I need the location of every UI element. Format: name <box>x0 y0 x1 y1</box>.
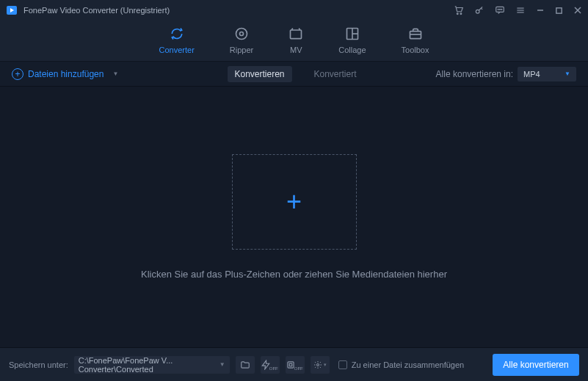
svg-rect-13 <box>556 7 562 12</box>
settings-button[interactable]: ▾ <box>311 356 330 374</box>
bottom-bar: Speichern unter: C:\FonePaw\FonePaw V...… <box>0 347 588 381</box>
checkbox-icon <box>338 360 347 369</box>
tab-label: Converter <box>159 46 195 54</box>
tab-collage[interactable]: Collage <box>338 26 366 56</box>
svg-marker-26 <box>262 360 269 369</box>
open-folder-button[interactable] <box>236 356 255 374</box>
svg-point-16 <box>236 28 247 39</box>
tab-converter[interactable]: Converter <box>159 26 195 56</box>
merge-label: Zu einer Datei zusammenfügen <box>352 360 464 369</box>
sub-toolbar: + Dateien hinzufügen ▼ Konvertieren Konv… <box>0 62 588 87</box>
key-icon[interactable] <box>474 5 484 15</box>
center-tabs: Konvertieren Konvertiert <box>227 66 360 82</box>
ripper-icon <box>234 26 249 41</box>
tab-label: Toolbox <box>402 46 429 54</box>
svg-point-2 <box>457 13 458 15</box>
format-select[interactable]: MP4 ▼ <box>518 67 576 81</box>
tab-label: Collage <box>338 46 366 54</box>
format-value: MP4 <box>523 70 540 79</box>
app-logo <box>6 4 18 16</box>
svg-point-3 <box>460 13 462 15</box>
minimize-button[interactable] <box>536 6 545 15</box>
menu-icon[interactable] <box>515 5 526 15</box>
subtab-converted[interactable]: Konvertiert <box>310 66 361 82</box>
svg-point-6 <box>498 9 498 10</box>
collage-icon <box>345 26 360 41</box>
drop-hint: Klicken Sie auf das Plus-Zeichen oder zi… <box>141 269 447 280</box>
high-speed-button[interactable]: OFF <box>261 356 280 374</box>
app-title: FonePaw Video Converter (Unregistriert) <box>23 6 454 15</box>
svg-rect-28 <box>289 363 292 366</box>
svg-point-29 <box>316 363 319 366</box>
tab-label: Ripper <box>230 46 253 54</box>
main-area: + Klicken Sie auf das Plus-Zeichen oder … <box>0 87 588 347</box>
merge-checkbox[interactable]: Zu einer Datei zusammenfügen <box>338 360 464 369</box>
output-path-select[interactable]: C:\FonePaw\FonePaw V... Converter\Conver… <box>74 356 230 374</box>
cart-icon[interactable] <box>454 5 464 15</box>
tab-mv[interactable]: MV <box>288 26 303 56</box>
nav-tabs: Converter Ripper MV Collage Toolbox <box>0 21 588 62</box>
tab-ripper[interactable]: Ripper <box>230 26 253 56</box>
feedback-icon[interactable] <box>495 5 505 15</box>
chevron-down-icon: ▼ <box>219 361 225 368</box>
converter-icon <box>170 26 184 41</box>
output-path-value: C:\FonePaw\FonePaw V... Converter\Conver… <box>79 356 219 374</box>
tab-label: MV <box>290 46 302 54</box>
save-label: Speichern unter: <box>9 360 68 369</box>
plus-circle-icon: + <box>12 68 23 80</box>
svg-point-4 <box>476 10 479 13</box>
titlebar: FonePaw Video Converter (Unregistriert) <box>0 0 588 21</box>
add-files-label: Dateien hinzufügen <box>28 69 104 79</box>
chevron-down-icon: ▼ <box>565 70 570 77</box>
convert-all-label: Alle konvertieren in: <box>436 69 513 79</box>
tab-toolbox[interactable]: Toolbox <box>402 26 429 56</box>
maximize-button[interactable] <box>555 7 563 15</box>
svg-point-17 <box>240 32 244 35</box>
close-button[interactable] <box>573 6 582 15</box>
mv-icon <box>288 26 303 41</box>
gpu-button[interactable]: OFF <box>286 356 305 374</box>
chevron-down-icon: ▼ <box>112 70 118 77</box>
svg-rect-18 <box>291 30 302 39</box>
dropzone[interactable]: + <box>232 154 357 250</box>
add-files-button[interactable]: + Dateien hinzufügen ▼ <box>12 68 118 80</box>
convert-all-button[interactable]: Alle konvertieren <box>493 354 579 376</box>
svg-rect-27 <box>288 361 294 367</box>
svg-point-8 <box>501 9 502 10</box>
svg-point-7 <box>500 9 501 10</box>
toolbox-icon <box>408 26 423 41</box>
subtab-convert[interactable]: Konvertieren <box>227 66 291 82</box>
plus-icon: + <box>286 186 302 217</box>
